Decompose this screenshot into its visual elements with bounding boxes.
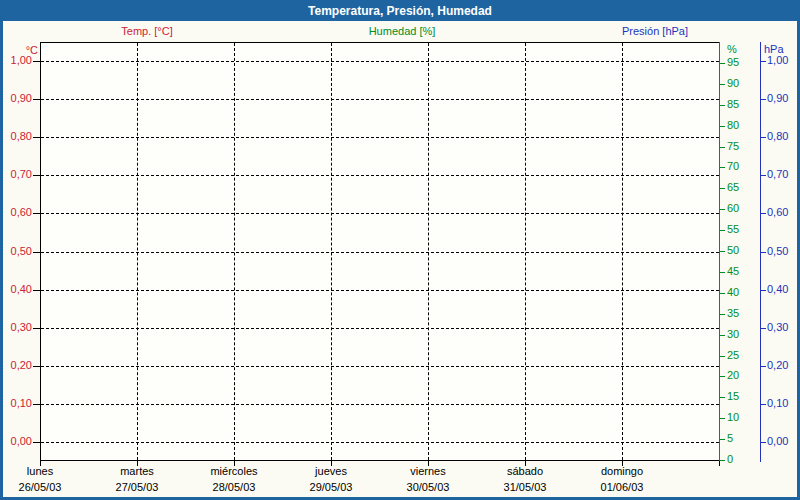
h-gridline: [41, 252, 719, 253]
v-gridline: [137, 43, 138, 460]
humidity-axis-tick-label: 60: [727, 202, 739, 215]
temp-axis-tick: [33, 366, 40, 367]
window-frame: Temperatura, Presión, Humedad Temp. [°C]…: [0, 0, 800, 500]
temp-axis-tick-label: 0,20: [2, 359, 32, 372]
v-gridline: [331, 43, 332, 460]
humidity-axis-tick-label: 55: [727, 223, 739, 236]
pressure-axis-tick: [761, 252, 766, 253]
temp-axis-tick: [33, 61, 40, 62]
humidity-axis-tick-label: 30: [727, 328, 739, 341]
temp-axis-tick-label: 0,00: [2, 435, 32, 448]
v-gridline: [234, 43, 235, 460]
pressure-axis-tick-label: 0,50: [767, 245, 788, 258]
humidity-axis-tick: [720, 293, 725, 294]
temp-axis-tick: [33, 328, 40, 329]
day-name-label: lunes: [0, 465, 88, 478]
humidity-axis-tick-label: 65: [727, 181, 739, 194]
humidity-axis-tick-label: 20: [727, 369, 739, 382]
h-gridline: [41, 328, 719, 329]
humidity-axis-tick: [720, 188, 725, 189]
temp-axis-tick: [33, 404, 40, 405]
legend-pressure-label: Presión [hPa]: [622, 25, 688, 37]
humidity-axis-tick: [720, 439, 725, 440]
temp-axis-tick: [33, 175, 40, 176]
h-gridline: [41, 366, 719, 367]
temp-axis-tick: [33, 137, 40, 138]
temp-axis-tick: [33, 442, 40, 443]
humidity-axis-tick: [720, 209, 725, 210]
x-axis-tick: [719, 461, 720, 466]
h-gridline: [41, 404, 719, 405]
temp-axis-tick-label: 0,10: [2, 397, 32, 410]
h-gridline: [41, 61, 719, 62]
humidity-axis-tick: [720, 147, 725, 148]
day-date-label: 27/05/03: [89, 481, 185, 494]
temp-axis-tick: [33, 99, 40, 100]
day-date-label: 28/05/03: [186, 481, 282, 494]
legend-temp-label: Temp. [°C]: [121, 25, 172, 37]
day-name-label: viernes: [380, 465, 476, 478]
day-date-label: 31/05/03: [477, 481, 573, 494]
pressure-axis-tick-label: 0,60: [767, 206, 788, 219]
day-name-label: domingo: [574, 465, 670, 478]
temp-axis-tick-label: 0,70: [2, 168, 32, 181]
h-gridline: [41, 137, 719, 138]
h-gridline: [41, 442, 719, 443]
humidity-axis-tick-label: 80: [727, 119, 739, 132]
humidity-axis-tick-label: 15: [727, 390, 739, 403]
humidity-axis-tick: [720, 230, 725, 231]
humidity-axis-tick: [720, 314, 725, 315]
title-bar[interactable]: Temperatura, Presión, Humedad: [0, 0, 800, 21]
humidity-axis-tick: [720, 460, 725, 461]
temp-axis-tick-label: 1,00: [2, 54, 32, 67]
humidity-axis-tick-label: 85: [727, 98, 739, 111]
v-gridline: [525, 43, 526, 460]
pressure-axis-tick-label: 0,80: [767, 130, 788, 143]
window-title: Temperatura, Presión, Humedad: [308, 4, 492, 18]
pressure-axis-tick-label: 0,90: [767, 92, 788, 105]
temp-axis-tick-label: 0,90: [2, 92, 32, 105]
day-date-label: 26/05/03: [0, 481, 88, 494]
pressure-axis-tick: [761, 175, 766, 176]
humidity-axis-tick: [720, 356, 725, 357]
pressure-axis-tick: [761, 137, 766, 138]
humidity-axis-tick-label: 75: [727, 140, 739, 153]
humidity-axis-tick-label: 25: [727, 349, 739, 362]
humidity-axis-tick-label: 5: [727, 432, 733, 445]
pressure-axis-tick: [761, 442, 766, 443]
pressure-axis-tick: [761, 290, 766, 291]
pressure-axis-tick: [761, 213, 766, 214]
pressure-axis-tick: [761, 404, 766, 405]
temp-axis-tick-label: 0,30: [2, 321, 32, 334]
pressure-axis-tick: [761, 328, 766, 329]
humidity-axis-tick: [720, 126, 725, 127]
day-name-label: martes: [89, 465, 185, 478]
day-date-label: 29/05/03: [283, 481, 379, 494]
pressure-axis-tick-label: 0,30: [767, 321, 788, 334]
temp-axis-tick-label: 0,50: [2, 245, 32, 258]
v-gridline: [428, 43, 429, 460]
pressure-axis-tick: [761, 99, 766, 100]
humidity-axis-tick-label: 90: [727, 77, 739, 90]
legend-humidity-label: Humedad [%]: [369, 25, 436, 37]
v-gridline: [622, 43, 623, 460]
h-gridline: [41, 290, 719, 291]
day-name-label: jueves: [283, 465, 379, 478]
pressure-axis-tick-label: 0,70: [767, 168, 788, 181]
pressure-axis-tick: [761, 61, 766, 62]
temp-axis-tick: [33, 290, 40, 291]
humidity-axis-header: %: [727, 43, 737, 55]
temp-axis-tick-label: 0,60: [2, 206, 32, 219]
humidity-axis-tick-label: 95: [727, 56, 739, 69]
humidity-axis-tick: [720, 251, 725, 252]
humidity-axis-tick: [720, 335, 725, 336]
h-gridline: [41, 213, 719, 214]
humidity-axis-tick: [720, 376, 725, 377]
h-gridline: [41, 175, 719, 176]
day-name-label: sábado: [477, 465, 573, 478]
humidity-axis-tick: [720, 105, 725, 106]
humidity-axis-tick-label: 45: [727, 265, 739, 278]
temp-axis-tick: [33, 252, 40, 253]
humidity-axis-tick-label: 40: [727, 286, 739, 299]
humidity-axis-tick-label: 50: [727, 244, 739, 257]
